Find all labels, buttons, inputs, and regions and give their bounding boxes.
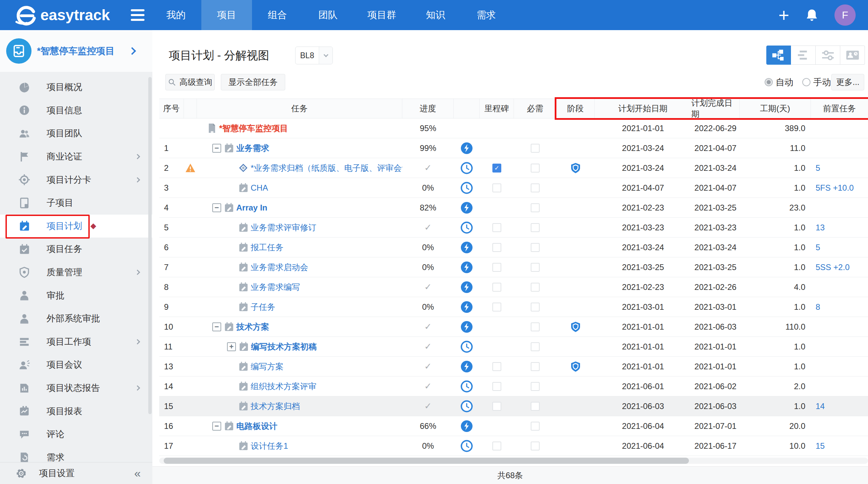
column-header-任务[interactable]: 任务 [197, 99, 402, 118]
task-link[interactable]: 子任务 [251, 302, 275, 313]
more-button[interactable]: 更多... [831, 74, 864, 90]
collapse-toggle-icon[interactable]: − [212, 422, 221, 431]
task-link[interactable]: 报工任务 [251, 242, 284, 253]
sidebar-item-项目计分卡[interactable]: 项目计分卡 [0, 168, 152, 191]
baseline-select[interactable]: BL8 [295, 47, 333, 64]
nav-tab-团队[interactable]: 团队 [303, 0, 353, 30]
task-link[interactable]: *业务需求归档（纸质版、电子版、评审会议 [251, 163, 402, 174]
required-checkbox[interactable] [531, 322, 540, 331]
sidebar-item-审批[interactable]: 审批 [0, 284, 152, 307]
task-link[interactable]: *智慧停车监控项目 [219, 123, 288, 134]
sidebar-footer[interactable]: 项目设置 « [0, 462, 152, 484]
task-link[interactable]: 业务需求启动会 [251, 262, 308, 273]
advanced-query-button[interactable]: 高级查询 [165, 74, 215, 90]
milestone-checkbox[interactable]: ✓ [492, 164, 501, 173]
column-header-计划完成日期[interactable]: 计划完成日期 [691, 99, 740, 118]
required-checkbox[interactable] [531, 342, 540, 351]
sidebar-item-项目状态报告[interactable]: 项目状态报告 [0, 377, 152, 400]
project-avatar-icon[interactable] [6, 38, 32, 64]
sidebar-item-商业论证[interactable]: 商业论证 [0, 145, 152, 168]
nav-tab-组合[interactable]: 组合 [252, 0, 303, 30]
required-checkbox[interactable] [531, 243, 540, 252]
auto-schedule-radio[interactable]: 自动 [765, 76, 793, 88]
sidebar-item-项目任务[interactable]: 项目任务 [0, 238, 152, 261]
task-link[interactable]: 业务需求编写 [251, 282, 300, 293]
add-icon[interactable]: + [778, 0, 789, 30]
task-link[interactable]: 编写技术方案初稿 [251, 341, 317, 352]
column-header-阶段[interactable]: 阶段 [556, 99, 595, 118]
sidebar-item-项目计划[interactable]: 项目计划◆ [0, 215, 152, 238]
collapse-toggle-icon[interactable]: − [212, 203, 221, 212]
required-checkbox[interactable] [531, 223, 540, 232]
column-header-工期(天)[interactable]: 工期(天) [740, 99, 811, 118]
horizontal-scrollbar[interactable] [159, 458, 868, 464]
avatar[interactable]: F [834, 4, 856, 26]
notifications-icon[interactable] [805, 8, 819, 22]
column-header-序号[interactable]: 序号 [159, 99, 184, 118]
sidebar-item-项目团队[interactable]: 项目团队 [0, 122, 152, 145]
required-checkbox[interactable] [531, 283, 540, 292]
task-link[interactable]: 技术方案归档 [251, 401, 300, 412]
required-checkbox[interactable] [531, 144, 540, 153]
expand-toggle-icon[interactable]: + [227, 342, 236, 351]
project-expand-chevron-icon[interactable] [128, 47, 136, 55]
sidebar-item-评论[interactable]: 评论 [0, 423, 152, 446]
resource-card-view-button[interactable] [840, 46, 865, 65]
milestone-checkbox[interactable] [492, 362, 501, 371]
sidebar-item-项目信息[interactable]: 项目信息 [0, 99, 152, 122]
task-link[interactable]: 编写方案 [251, 361, 284, 372]
predecessor-link[interactable]: 13 [811, 218, 868, 237]
task-link[interactable]: 业务需求评审修订 [251, 222, 316, 233]
task-link[interactable]: 设计任务1 [251, 441, 288, 451]
column-header-前置任务[interactable]: 前置任务 [811, 99, 868, 118]
sidebar-item-质量管理[interactable]: 质量管理 [0, 261, 152, 284]
milestone-checkbox[interactable] [492, 223, 501, 232]
list-view-button[interactable] [791, 46, 816, 65]
required-checkbox[interactable] [531, 263, 540, 272]
task-link[interactable]: 业务需求 [236, 143, 269, 154]
milestone-checkbox[interactable] [492, 183, 501, 192]
nav-tab-项目[interactable]: 项目 [201, 0, 252, 30]
nav-tab-知识[interactable]: 知识 [410, 0, 461, 30]
chevron-down-icon[interactable] [319, 47, 332, 64]
milestone-checkbox[interactable] [492, 283, 501, 292]
sidebar-scrollbar[interactable] [148, 77, 152, 414]
predecessor-link[interactable]: 5 [811, 238, 868, 257]
milestone-checkbox[interactable] [492, 402, 501, 411]
required-checkbox[interactable] [531, 164, 540, 173]
required-checkbox[interactable] [531, 303, 540, 311]
task-link[interactable]: 电路板设计 [236, 421, 277, 432]
required-checkbox[interactable] [531, 203, 540, 212]
nav-tab-项目群[interactable]: 项目群 [353, 0, 410, 30]
menu-icon[interactable] [131, 9, 144, 21]
milestone-checkbox[interactable] [492, 303, 501, 311]
milestone-checkbox[interactable] [492, 382, 501, 391]
collapse-sidebar-icon[interactable]: « [134, 467, 141, 480]
sidebar-item-子项目[interactable]: 子项目 [0, 191, 152, 215]
required-checkbox[interactable] [531, 422, 540, 431]
sidebar-item-项目会议[interactable]: 项目会议 [0, 353, 152, 377]
task-link[interactable]: 组织技术方案评审 [251, 381, 316, 392]
required-checkbox[interactable] [531, 183, 540, 192]
milestone-checkbox[interactable] [492, 442, 501, 450]
show-all-tasks-button[interactable]: 显示全部任务 [221, 74, 285, 90]
predecessor-link[interactable]: 5 [811, 158, 868, 178]
predecessor-link[interactable]: 5FS +10.0 [811, 178, 868, 198]
column-header-必需[interactable]: 必需 [514, 99, 556, 118]
column-header-blank-4[interactable] [454, 99, 480, 118]
milestone-checkbox[interactable] [492, 243, 501, 252]
column-header-blank-1[interactable] [184, 99, 197, 118]
sidebar-item-项目报表[interactable]: 项目报表 [0, 399, 152, 423]
breakdown-view-button[interactable] [766, 46, 791, 65]
required-checkbox[interactable] [531, 382, 540, 391]
predecessor-link[interactable]: 5SS +2.0 [811, 257, 868, 277]
sidebar-item-项目工作项[interactable]: 项目工作项 [0, 330, 152, 354]
nav-tab-需求[interactable]: 需求 [461, 0, 512, 30]
horizontal-scrollbar-thumb[interactable] [164, 458, 689, 464]
required-checkbox[interactable] [531, 362, 540, 371]
nav-tab-我的[interactable]: 我的 [151, 0, 201, 30]
collapse-toggle-icon[interactable]: − [212, 322, 221, 331]
sidebar-item-外部系统审批[interactable]: 外部系统审批 [0, 307, 152, 330]
required-checkbox[interactable] [531, 442, 540, 450]
manual-schedule-radio[interactable]: 手动 [802, 76, 831, 88]
